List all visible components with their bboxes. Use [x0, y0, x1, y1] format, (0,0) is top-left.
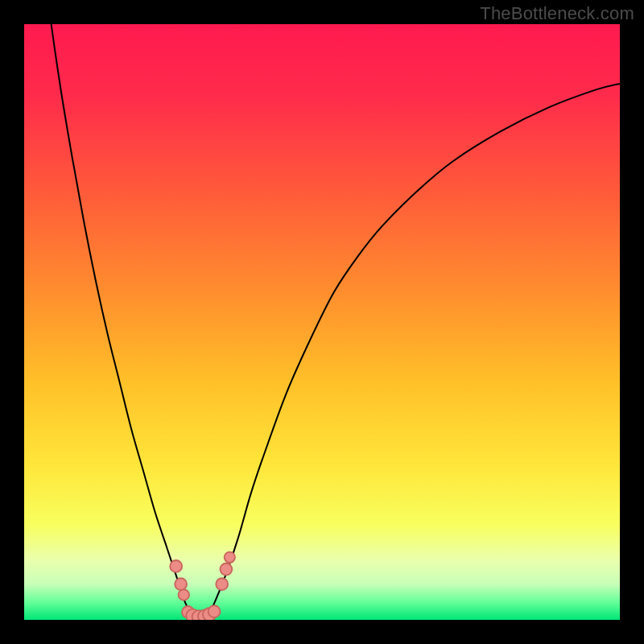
bottleneck-curve — [24, 24, 620, 620]
curve-marker — [175, 578, 187, 590]
curve-marker — [225, 552, 235, 563]
curve-markers — [170, 552, 235, 620]
curve-marker — [220, 564, 232, 576]
curve-marker — [179, 589, 189, 600]
curve-marker — [208, 605, 221, 617]
curve-marker — [170, 560, 182, 572]
chart-svg — [24, 24, 620, 620]
plot-area — [24, 24, 620, 620]
outer-frame: TheBottleneck.com — [0, 0, 644, 644]
watermark-text: TheBottleneck.com — [480, 3, 634, 24]
curve-marker — [216, 578, 228, 590]
